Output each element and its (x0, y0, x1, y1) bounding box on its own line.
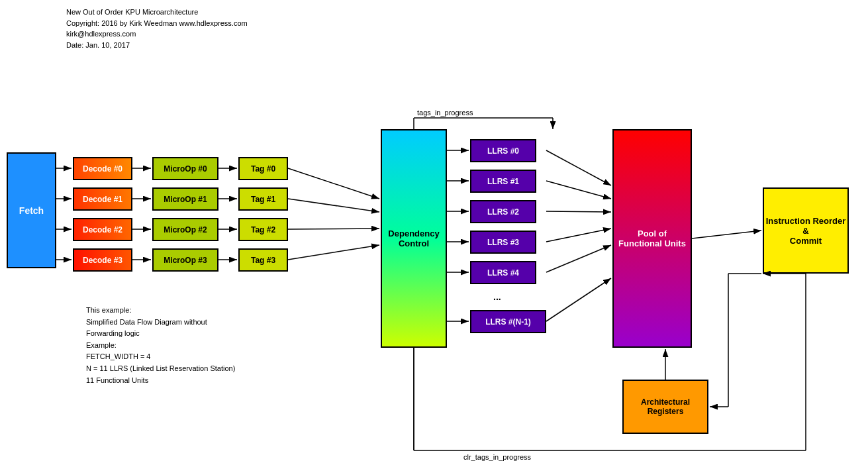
reorder-commit-block: Instruction Reorder & Commit (763, 187, 849, 274)
llrs-block-3: LLRS #3 (470, 231, 536, 254)
svg-line-15 (288, 229, 379, 229)
header-line4: Date: Jan. 10, 2017 (66, 40, 248, 51)
info-line3: Forwarding logic (86, 328, 235, 340)
arch-reg-label: Architectural Registers (641, 397, 690, 416)
tag-block-2: Tag #2 (238, 218, 288, 241)
svg-line-29 (692, 231, 761, 238)
clr-tags-in-progress-label: clr_tags_in_progress (463, 453, 532, 461)
dependency-control-block: Dependency Control (381, 129, 447, 348)
header-line3: kirk@hdlexpress.com (66, 28, 248, 40)
arch-reg-block: Architectural Registers (622, 380, 708, 434)
tag-block-3: Tag #3 (238, 248, 288, 272)
tag-block-0: Tag #0 (238, 157, 288, 180)
decode-block-2: Decode #2 (73, 218, 132, 241)
llrs-block-4: LLRS #4 (470, 261, 536, 284)
llrs-block-2: LLRS #2 (470, 200, 536, 223)
pool-block: Pool of Functional Units (612, 129, 692, 348)
info-text: This example: Simplified Data Flow Diagr… (86, 305, 235, 386)
svg-line-23 (546, 150, 611, 185)
info-line1: This example: (86, 305, 235, 317)
svg-line-26 (546, 229, 611, 242)
pool-label: Pool of Functional Units (618, 229, 686, 248)
llrs-dots: ... (493, 291, 501, 302)
microop-block-2: MicroOp #2 (152, 218, 218, 241)
llrs-block-1: LLRS #1 (470, 170, 536, 193)
decode-block-0: Decode #0 (73, 157, 132, 180)
llrs-block-0: LLRS #0 (470, 139, 536, 162)
microop-block-1: MicroOp #1 (152, 187, 218, 211)
info-line4: Example: (86, 340, 235, 352)
info-line2: Simplified Data Flow Diagram without (86, 317, 235, 329)
tag-block-1: Tag #1 (238, 187, 288, 211)
svg-line-25 (546, 211, 611, 212)
microop-block-3: MicroOp #3 (152, 248, 218, 272)
header-line1: New Out of Order KPU Microarchitecture (66, 7, 248, 18)
info-line7: 11 Functional Units (86, 375, 235, 387)
reorder-label: Instruction Reorder & Commit (766, 216, 846, 246)
dep-control-label: Dependency Control (388, 229, 439, 248)
microop-block-0: MicroOp #0 (152, 157, 218, 180)
svg-line-14 (288, 199, 379, 212)
llrs-block-n1: LLRS #(N-1) (470, 310, 546, 333)
svg-line-24 (546, 181, 611, 199)
svg-line-28 (546, 278, 611, 321)
decode-block-3: Decode #3 (73, 248, 132, 272)
svg-line-16 (288, 245, 379, 260)
info-line5: FETCH_WIDTH = 4 (86, 351, 235, 363)
tags-in-progress-label: tags_in_progress (417, 109, 473, 117)
svg-line-13 (288, 168, 379, 199)
fetch-label: Fetch (19, 205, 44, 216)
decode-block-1: Decode #1 (73, 187, 132, 211)
fetch-block: Fetch (7, 152, 56, 268)
info-line6: N = 11 LLRS (Linked List Reservation Sta… (86, 363, 235, 375)
header-info: New Out of Order KPU Microarchitecture C… (66, 7, 248, 50)
svg-line-27 (546, 245, 611, 272)
header-line2: Copyright: 2016 by Kirk Weedman www.hdle… (66, 18, 248, 29)
